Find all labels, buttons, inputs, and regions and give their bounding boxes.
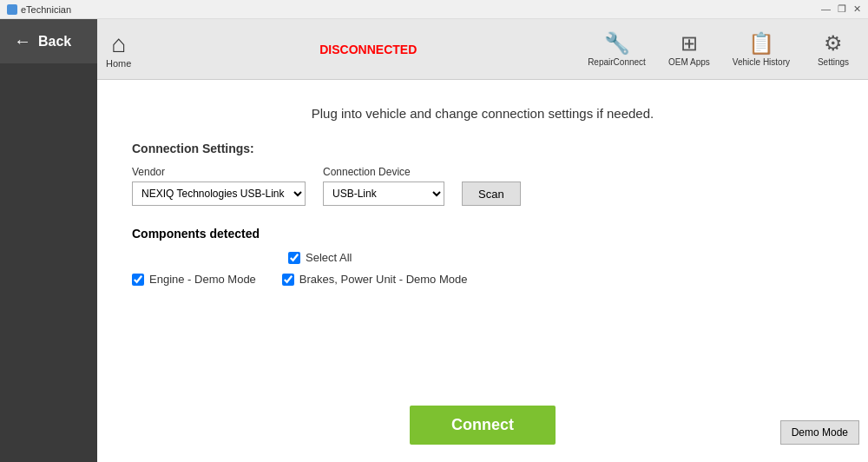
select-all-row: Select All: [288, 251, 833, 264]
back-button[interactable]: ← Back: [0, 19, 97, 63]
component1-label: Engine - Demo Mode: [149, 273, 256, 286]
select-all-checkbox[interactable]: [288, 252, 300, 264]
components-detected-label: Components detected: [132, 227, 833, 241]
window-controls[interactable]: — ❐ ✕: [821, 3, 861, 15]
settings-icon: ⚙: [824, 31, 843, 56]
connection-status: DISCONNECTED: [148, 43, 588, 56]
repair-connect-button[interactable]: 🔧 RepairConnect: [588, 31, 646, 67]
device-select[interactable]: USB-LinkBluetoothWiFi: [323, 182, 444, 206]
oem-apps-label: OEM Apps: [668, 57, 710, 67]
component2-item[interactable]: Brakes, Power Unit - Demo Mode: [282, 273, 468, 286]
sidebar: ← Back: [0, 19, 97, 462]
maximize-button[interactable]: ❐: [838, 3, 846, 15]
component1-checkbox[interactable]: [132, 274, 144, 286]
connection-row: Vendor NEXIQ Technologies USB-LinkOther …: [132, 166, 833, 206]
vendor-field-group: Vendor NEXIQ Technologies USB-LinkOther …: [132, 166, 306, 206]
back-label: Back: [38, 34, 71, 50]
oem-apps-icon: ⊞: [681, 31, 698, 56]
app-name-label: eTechnician: [21, 4, 71, 15]
connection-settings-label: Connection Settings:: [132, 142, 833, 155]
vehicle-history-label: Vehicle History: [733, 57, 790, 67]
close-button[interactable]: ✕: [853, 3, 861, 15]
toolbar-right: 🔧 RepairConnect ⊞ OEM Apps 📋 Vehicle His…: [588, 31, 859, 67]
settings-button[interactable]: ⚙ Settings: [807, 31, 859, 67]
titlebar: eTechnician — ❐ ✕: [0, 0, 868, 19]
connect-button[interactable]: Connect: [410, 406, 556, 445]
repair-connect-icon: 🔧: [604, 31, 630, 56]
vehicle-history-button[interactable]: 📋 Vehicle History: [733, 31, 790, 67]
connection-device-field-group: Connection Device USB-LinkBluetoothWiFi: [323, 166, 444, 206]
toolbar: ⌂ Home DISCONNECTED 🔧 RepairConnect ⊞ OE…: [97, 19, 868, 80]
connection-settings-section: Connection Settings: Vendor NEXIQ Techno…: [132, 142, 833, 206]
disconnected-text: DISCONNECTED: [319, 43, 417, 56]
select-all-item[interactable]: Select All: [288, 251, 833, 264]
component2-label: Brakes, Power Unit - Demo Mode: [299, 273, 468, 286]
connection-device-label: Connection Device: [323, 166, 444, 178]
components-list: Engine - Demo Mode Brakes, Power Unit - …: [132, 273, 833, 286]
vehicle-history-icon: 📋: [748, 31, 774, 56]
component1-item[interactable]: Engine - Demo Mode: [132, 273, 256, 286]
main-area: ⌂ Home DISCONNECTED 🔧 RepairConnect ⊞ OE…: [97, 19, 868, 462]
app-title: eTechnician: [7, 4, 71, 15]
scan-button[interactable]: Scan: [462, 182, 521, 206]
back-arrow-icon: ←: [14, 31, 31, 51]
home-icon: ⌂: [111, 30, 126, 58]
settings-label: Settings: [818, 57, 849, 67]
components-section: Components detected Select All Engine - …: [132, 227, 833, 286]
vendor-label: Vendor: [132, 166, 306, 178]
vendor-select[interactable]: NEXIQ Technologies USB-LinkOther Vendor: [132, 182, 306, 206]
minimize-button[interactable]: —: [821, 3, 831, 15]
demo-mode-button[interactable]: Demo Mode: [780, 420, 859, 445]
content-area: Plug into vehicle and change connection …: [97, 80, 868, 462]
repair-connect-label: RepairConnect: [588, 57, 646, 67]
home-button[interactable]: ⌂ Home: [106, 30, 131, 69]
select-all-label: Select All: [306, 251, 352, 264]
home-label: Home: [106, 58, 131, 69]
component2-checkbox[interactable]: [282, 274, 294, 286]
app-icon: [7, 4, 17, 15]
app-body: ← Back ⌂ Home DISCONNECTED 🔧 RepairConne…: [0, 19, 868, 462]
main-instruction: Plug into vehicle and change connection …: [132, 106, 833, 121]
oem-apps-button[interactable]: ⊞ OEM Apps: [663, 31, 715, 67]
